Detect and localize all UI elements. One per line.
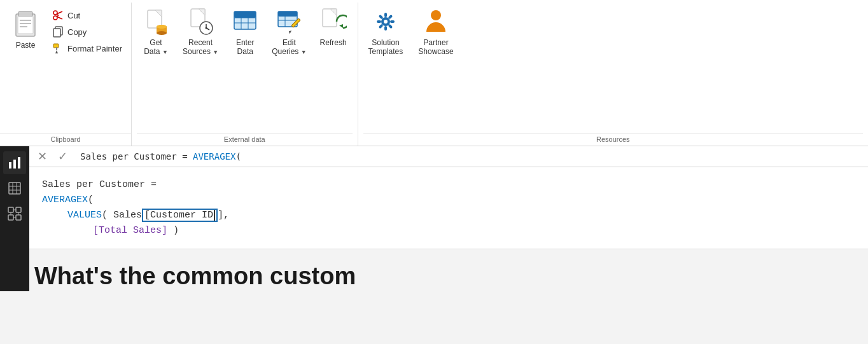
code-line-2: AVERAGEX(	[42, 193, 855, 208]
get-data-icon	[142, 8, 170, 36]
get-data-dropdown-arrow: ▼	[162, 49, 168, 55]
sidebar-item-report[interactable]	[3, 151, 26, 174]
svg-rect-46	[384, 13, 387, 17]
svg-rect-13	[53, 29, 60, 37]
edit-queries-label: Edit Queries ▼	[272, 38, 306, 57]
svg-rect-57	[18, 157, 20, 169]
copy-button[interactable]: Copy	[48, 24, 126, 39]
cut-label: Cut	[67, 11, 80, 20]
formula-text-plain: Sales per Customer =	[80, 151, 193, 162]
code-line-3: VALUES( Sales[Customer ID],	[42, 208, 855, 223]
external-data-group: Get Data ▼	[132, 3, 358, 146]
external-data-group-label: External data	[137, 134, 353, 146]
cut-icon	[52, 10, 64, 21]
partner-showcase-label: Partner Showcase	[418, 38, 453, 57]
svg-marker-43	[339, 24, 343, 28]
formula-input[interactable]: Sales per Customer = AVERAGEX(	[75, 151, 863, 162]
solution-templates-label: Solution Templates	[368, 38, 403, 57]
paste-button[interactable]: Paste	[5, 5, 46, 131]
svg-rect-66	[16, 215, 21, 220]
recent-sources-button[interactable]: Recent Sources ▼	[178, 5, 223, 59]
svg-marker-16	[55, 50, 58, 53]
svg-point-21	[157, 31, 167, 35]
svg-rect-65	[8, 215, 13, 220]
svg-rect-50	[384, 26, 387, 31]
code-total-sales: [Total Sales]	[93, 225, 167, 236]
sidebar-item-model[interactable]	[3, 202, 26, 225]
clipboard-right: Cut Copy	[48, 5, 126, 131]
refresh-button[interactable]: Refresh	[314, 5, 353, 50]
lower-area: ✕ ✓ Sales per Customer = AVERAGEX( Sales…	[0, 146, 868, 291]
formula-text-paren: (	[235, 151, 241, 162]
formula-text-blue: AVERAGEX	[193, 151, 235, 162]
enter-data-button[interactable]: Enter Data	[226, 5, 264, 59]
format-painter-button[interactable]: Format Painter	[48, 41, 126, 56]
edit-queries-icon	[275, 8, 303, 36]
sidebar-item-data[interactable]	[3, 177, 26, 200]
ribbon-content: Paste	[0, 0, 868, 146]
svg-rect-34	[234, 11, 256, 18]
partner-showcase-button[interactable]: Partner Showcase	[413, 5, 458, 59]
svg-rect-55	[9, 162, 11, 169]
svg-rect-56	[13, 160, 16, 169]
svg-rect-64	[16, 207, 21, 212]
left-sidebar	[0, 146, 29, 291]
ribbon: Paste	[0, 0, 868, 146]
svg-point-22	[157, 25, 167, 29]
formula-cancel-button[interactable]: ✕	[34, 149, 50, 164]
solution-templates-icon	[372, 8, 400, 36]
svg-rect-63	[8, 207, 13, 212]
code-values: VALUES	[67, 210, 102, 221]
refresh-label: Refresh	[320, 38, 347, 47]
code-line-1: Sales per Customer =	[42, 177, 855, 193]
recent-sources-dropdown-arrow: ▼	[213, 49, 218, 55]
cut-button[interactable]: Cut	[48, 8, 126, 23]
code-averagex: AVERAGEX	[42, 195, 88, 205]
main-content: ✕ ✓ Sales per Customer = AVERAGEX( Sales…	[29, 146, 868, 291]
format-painter-icon	[52, 43, 64, 54]
svg-rect-1	[18, 11, 32, 17]
text-cursor	[214, 210, 215, 221]
clipboard-group: Paste	[0, 3, 132, 146]
resources-group-label: Resources	[363, 134, 863, 146]
paste-label: Paste	[16, 41, 36, 50]
edit-queries-dropdown-arrow: ▼	[301, 49, 307, 55]
clipboard-group-label: Clipboard	[0, 134, 131, 146]
get-data-button[interactable]: Get Data ▼	[137, 5, 175, 59]
recent-sources-icon	[186, 8, 214, 36]
svg-point-45	[384, 20, 388, 24]
svg-rect-2	[18, 17, 33, 34]
resources-items: Solution Templates Partner Showcase	[363, 5, 863, 131]
svg-rect-15	[56, 47, 57, 50]
enter-data-icon	[231, 8, 259, 36]
code-editor: Sales per Customer = AVERAGEX( VALUES( S…	[29, 167, 868, 249]
format-painter-label: Format Painter	[67, 44, 122, 53]
bottom-heading: What's the common custom	[34, 263, 356, 289]
svg-point-54	[431, 10, 441, 20]
external-data-items: Get Data ▼	[137, 5, 353, 131]
svg-rect-36	[278, 11, 297, 17]
edit-queries-button[interactable]: Edit Queries ▼	[267, 5, 311, 59]
code-highlight-box: [Customer ID	[142, 209, 218, 222]
clipboard-inner: Paste	[0, 5, 131, 131]
formula-confirm-button[interactable]: ✓	[55, 149, 70, 164]
svg-rect-58	[9, 182, 20, 194]
svg-line-11	[57, 15, 59, 17]
partner-showcase-icon	[422, 8, 450, 36]
bottom-text-area: What's the common custom	[29, 249, 868, 291]
formula-controls: ✕ ✓	[34, 149, 70, 164]
enter-data-label: Enter Data	[236, 38, 255, 57]
get-data-label: Get Data ▼	[144, 38, 168, 57]
code-line-4: [Total Sales] )	[42, 223, 855, 238]
copy-icon	[52, 26, 64, 38]
resources-group: Solution Templates Partner Showcase Reso…	[358, 3, 868, 146]
solution-templates-button[interactable]: Solution Templates	[363, 5, 409, 59]
svg-point-28	[206, 27, 207, 29]
recent-sources-label: Recent Sources ▼	[183, 38, 218, 57]
paste-icon	[10, 8, 41, 38]
svg-rect-52	[377, 20, 381, 23]
refresh-icon	[319, 8, 347, 36]
svg-marker-40	[288, 29, 293, 34]
svg-rect-48	[390, 20, 395, 23]
copy-label: Copy	[67, 27, 87, 37]
